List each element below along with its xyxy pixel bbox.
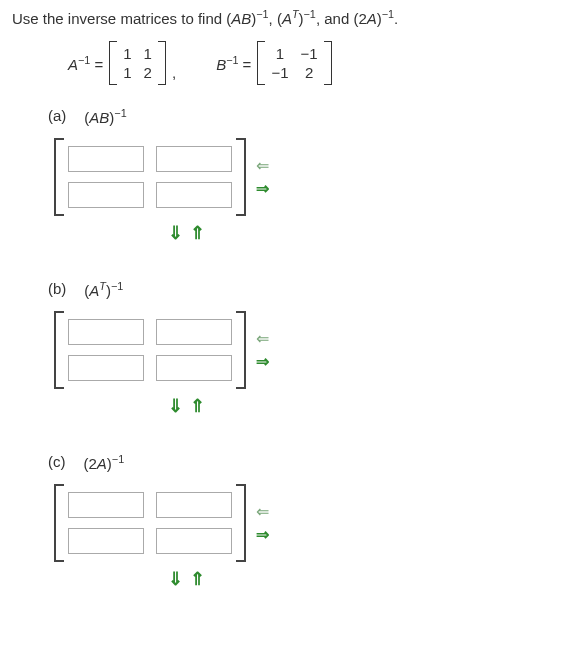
remove-column-icon[interactable]: ⇐ <box>256 329 269 348</box>
bracket-right-icon <box>158 41 166 85</box>
part-a-matrix <box>54 138 246 216</box>
part-b-input-11[interactable] <box>68 319 144 345</box>
part-c: (c) (2A)−1 ⇐ ⇒ ⇓ ⇑ <box>48 453 550 590</box>
comma: , <box>172 64 176 81</box>
add-row-icon[interactable]: ⇓ <box>168 569 183 589</box>
eq-a: = <box>90 56 103 73</box>
bracket-left-icon <box>54 311 64 389</box>
part-b: (b) (AT)−1 ⇐ ⇒ ⇓ ⇑ <box>48 280 550 417</box>
part-b-tag: (b) <box>48 280 66 299</box>
part-b-input-22[interactable] <box>156 355 232 381</box>
part-c-input-21[interactable] <box>68 528 144 554</box>
part-c-tag: (c) <box>48 453 66 472</box>
bracket-left-icon <box>54 138 64 216</box>
intro-at: A <box>282 10 292 27</box>
pb-T: T <box>99 280 106 292</box>
bracket-right-icon <box>236 484 246 562</box>
intro-comma2: , and (2 <box>316 10 367 27</box>
a-cell-21: 1 <box>123 64 131 81</box>
part-a-input-22[interactable] <box>156 182 232 208</box>
a-cell-11: 1 <box>123 45 131 62</box>
pc-A: A <box>97 455 107 472</box>
pb-sup: −1 <box>111 280 123 292</box>
remove-row-icon[interactable]: ⇑ <box>190 223 205 243</box>
part-b-input-21[interactable] <box>68 355 144 381</box>
part-b-input-12[interactable] <box>156 319 232 345</box>
remove-column-icon[interactable]: ⇐ <box>256 502 269 521</box>
intro-sup1: −1 <box>256 8 268 20</box>
add-row-icon[interactable]: ⇓ <box>168 223 183 243</box>
eq-b: = <box>238 56 251 73</box>
part-a-label: (a) (AB)−1 <box>48 107 550 126</box>
part-c-input-12[interactable] <box>156 492 232 518</box>
bracket-left-icon <box>109 41 117 85</box>
part-c-input-22[interactable] <box>156 528 232 554</box>
bracket-left-icon <box>257 41 265 85</box>
part-a-input-21[interactable] <box>68 182 144 208</box>
part-c-input-11[interactable] <box>68 492 144 518</box>
b-cell-21: −1 <box>271 64 288 81</box>
bracket-right-icon <box>324 41 332 85</box>
matrix-b-bracket: 1 −1 −1 2 <box>257 41 331 85</box>
a-cell-22: 2 <box>144 64 152 81</box>
b-cell-11: 1 <box>271 45 288 62</box>
label-a: A <box>68 56 78 73</box>
part-a-input-11[interactable] <box>68 146 144 172</box>
remove-column-icon[interactable]: ⇐ <box>256 156 269 175</box>
intro-sup3: −1 <box>382 8 394 20</box>
matrix-a-bracket: 1 1 1 2 <box>109 41 166 85</box>
problem-statement: Use the inverse matrices to find (AB)−1,… <box>12 8 550 27</box>
given-matrices: A−1 = 1 1 1 2 , B−1 = 1 −1 −1 2 <box>68 41 550 85</box>
label-b: B <box>216 56 226 73</box>
add-row-icon[interactable]: ⇓ <box>168 396 183 416</box>
label-a-sup: −1 <box>78 54 90 66</box>
intro-T: T <box>292 8 299 20</box>
pa-sup: −1 <box>114 107 126 119</box>
matrix-a-inverse: A−1 = 1 1 1 2 , <box>68 41 176 85</box>
remove-row-icon[interactable]: ⇑ <box>190 569 205 589</box>
matrix-b-inverse: B−1 = 1 −1 −1 2 <box>216 41 331 85</box>
part-b-label: (b) (AT)−1 <box>48 280 550 299</box>
pc-open: (2 <box>84 455 97 472</box>
part-b-matrix <box>54 311 246 389</box>
bracket-left-icon <box>54 484 64 562</box>
bracket-right-icon <box>236 138 246 216</box>
pa-inner: AB <box>89 109 109 126</box>
a-cell-12: 1 <box>144 45 152 62</box>
add-column-icon[interactable]: ⇒ <box>256 352 269 371</box>
part-c-matrix <box>54 484 246 562</box>
intro-a2: A <box>367 10 377 27</box>
part-c-label: (c) (2A)−1 <box>48 453 550 472</box>
bracket-right-icon <box>236 311 246 389</box>
remove-row-icon[interactable]: ⇑ <box>190 396 205 416</box>
add-column-icon[interactable]: ⇒ <box>256 179 269 198</box>
intro-text-1: Use the inverse matrices to find ( <box>12 10 231 27</box>
part-a-input-12[interactable] <box>156 146 232 172</box>
intro-period: . <box>394 10 398 27</box>
intro-sup2: −1 <box>304 8 316 20</box>
add-column-icon[interactable]: ⇒ <box>256 525 269 544</box>
intro-ab: AB <box>231 10 251 27</box>
part-a-tag: (a) <box>48 107 66 126</box>
pc-sup: −1 <box>112 453 124 465</box>
intro-comma1: , ( <box>269 10 282 27</box>
label-b-sup: −1 <box>226 54 238 66</box>
part-a: (a) (AB)−1 ⇐ ⇒ ⇓ ⇑ <box>48 107 550 244</box>
b-cell-22: 2 <box>301 64 318 81</box>
b-cell-12: −1 <box>301 45 318 62</box>
pb-A: A <box>89 282 99 299</box>
